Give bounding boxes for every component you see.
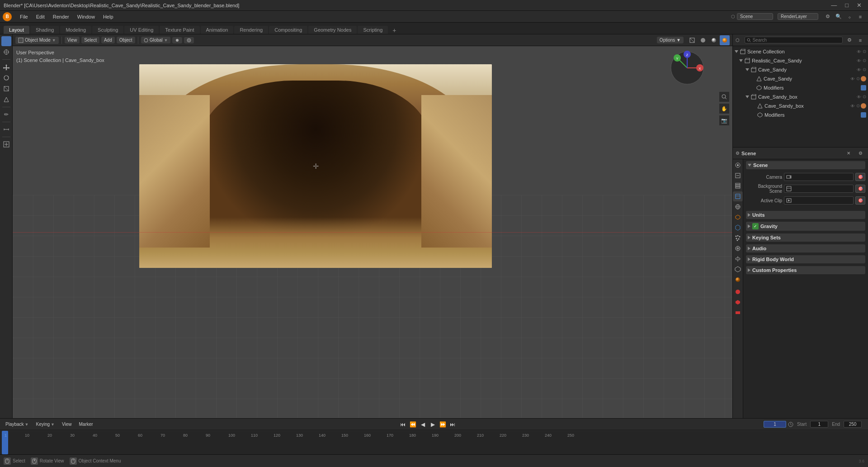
viewport-canvas[interactable]: User Perspective (1) Scene Collection | …: [13, 46, 732, 418]
bg-scene-eyedropper-btn[interactable]: 🎯: [855, 185, 865, 193]
topbar-icon-1[interactable]: ⚙: [823, 12, 833, 22]
camera-view-icon[interactable]: 📷: [719, 115, 730, 126]
properties-close-btn[interactable]: ✕: [844, 148, 854, 158]
marker-menu-btn[interactable]: Marker: [76, 421, 96, 428]
gravity-checkbox[interactable]: ✓: [752, 223, 759, 229]
view-menu-btn[interactable]: View: [59, 421, 75, 428]
menu-render[interactable]: Render: [49, 13, 73, 20]
visibility-icon-2[interactable]: 👁: [856, 58, 862, 64]
outliner-realistic-cave[interactable]: Realistic_Cave_Sandy 👁 ⊙: [733, 56, 868, 65]
topbar-icon-2[interactable]: 🔍: [834, 12, 844, 22]
tool-annotate[interactable]: ✏: [1, 110, 11, 119]
jump-end-btn[interactable]: ⏭: [448, 420, 457, 429]
prop-red-3[interactable]: [733, 308, 743, 318]
tab-scripting[interactable]: Scripting: [358, 26, 388, 34]
zoom-icon[interactable]: [719, 91, 730, 102]
section-custom-props[interactable]: Custom Properties: [746, 266, 865, 274]
close-btn[interactable]: ✕: [854, 2, 864, 9]
proportional-btn[interactable]: [184, 37, 194, 43]
prop-world-icon[interactable]: [733, 202, 743, 212]
prop-object-icon[interactable]: [733, 212, 743, 222]
tool-rotate[interactable]: [1, 73, 11, 83]
hide-viewport-icon[interactable]: ⊙: [863, 49, 866, 55]
hand-icon[interactable]: ✋: [719, 103, 730, 114]
outliner-cave-sandy-collection[interactable]: Cave_Sandy 👁 ⊙: [733, 65, 868, 74]
minimize-btn[interactable]: —: [828, 2, 840, 9]
rendered-mode-btn[interactable]: [720, 35, 730, 45]
section-keying-sets[interactable]: Keying Sets: [746, 234, 865, 242]
hide-viewport-icon-2[interactable]: ⊙: [863, 58, 866, 64]
prop-modifier-icon[interactable]: [733, 223, 743, 233]
visibility-icon-6[interactable]: 👁: [850, 103, 855, 109]
section-gravity[interactable]: ✓ Gravity: [746, 222, 865, 231]
tool-scale[interactable]: [1, 84, 11, 94]
section-scene[interactable]: Scene: [746, 161, 865, 169]
tab-geometry-nodes[interactable]: Geometry Nodes: [308, 26, 357, 34]
end-frame-field[interactable]: 250: [844, 421, 862, 428]
wire-mode-btn[interactable]: [687, 35, 697, 45]
viewport-options-btn[interactable]: Options ▼: [657, 37, 684, 43]
outliner-search-input[interactable]: [752, 38, 840, 43]
tool-select[interactable]: [1, 36, 11, 46]
editor-type-btn[interactable]: Object Mode ▼: [15, 37, 59, 44]
tool-cursor[interactable]: [1, 47, 11, 57]
outliner-scene-collection[interactable]: Scene Collection 👁 ⊙: [733, 47, 868, 56]
prop-red-2[interactable]: [733, 297, 743, 307]
outliner-modifiers-2[interactable]: Modifiers: [733, 110, 868, 119]
nav-gizmo[interactable]: X Y Z: [669, 50, 705, 86]
add-workspace-btn[interactable]: +: [389, 27, 400, 34]
outliner-cave-sandy-box-mesh[interactable]: Cave_Sandy_box 👁 ⊙: [733, 101, 868, 110]
menu-help[interactable]: Help: [99, 13, 117, 20]
menu-window[interactable]: Window: [74, 13, 99, 20]
hide-icon-5[interactable]: ⊙: [863, 94, 866, 100]
tab-uv-editing[interactable]: UV Editing: [124, 26, 159, 34]
tab-shading[interactable]: Shading: [30, 26, 59, 34]
timeline-track[interactable]: 1 10 20 30 40 50 60 70 80 90 100 110 120…: [0, 430, 868, 454]
render-layer-selector[interactable]: RenderLayer: [778, 13, 818, 20]
hide-icon-4[interactable]: ⊙: [856, 76, 860, 82]
snap-btn[interactable]: [172, 37, 182, 43]
current-frame-field[interactable]: 1: [764, 421, 786, 428]
hide-icon-6[interactable]: ⊙: [856, 103, 860, 109]
prop-constraints-icon[interactable]: [733, 254, 743, 264]
tool-measure[interactable]: [1, 124, 11, 134]
active-clip-eyedropper-btn[interactable]: 🎯: [855, 196, 865, 205]
start-frame-field[interactable]: 1: [810, 421, 828, 428]
tab-compositing[interactable]: Compositing: [269, 26, 307, 34]
jump-start-btn[interactable]: ⏮: [398, 420, 407, 429]
tab-texture-paint[interactable]: Texture Paint: [160, 26, 199, 34]
visibility-icon-4[interactable]: 👁: [850, 76, 855, 82]
solid-mode-btn[interactable]: [698, 35, 708, 45]
add-menu-btn[interactable]: Add: [101, 37, 115, 43]
outliner-modifiers-1[interactable]: Modifiers: [733, 83, 868, 92]
select-menu-btn[interactable]: Select: [81, 37, 99, 43]
object-menu-btn[interactable]: Object: [117, 37, 135, 43]
menu-edit[interactable]: Edit: [33, 13, 48, 20]
tool-move[interactable]: [1, 62, 11, 72]
keying-menu-btn[interactable]: Keying ▼: [33, 421, 58, 428]
maximize-btn[interactable]: □: [842, 2, 851, 9]
outliner-filter-btn[interactable]: ⚙: [844, 35, 854, 45]
section-audio[interactable]: Audio: [746, 244, 865, 253]
hide-icon-3[interactable]: ⊙: [863, 67, 866, 73]
transform-btn[interactable]: Global ▼: [141, 37, 171, 43]
outliner-toggle-btn[interactable]: ≡: [855, 35, 865, 45]
visibility-icon-5[interactable]: 👁: [856, 94, 862, 100]
tab-animation[interactable]: Animation: [201, 26, 234, 34]
section-rigid-body[interactable]: Rigid Body World: [746, 255, 865, 263]
step-forward-btn[interactable]: ⏩: [438, 420, 447, 429]
tool-transform[interactable]: [1, 95, 11, 105]
step-back-btn[interactable]: ⏪: [408, 420, 417, 429]
prop-scene-icon[interactable]: [733, 191, 743, 201]
prop-red-1[interactable]: [733, 287, 743, 297]
properties-options-btn[interactable]: ⚙: [855, 148, 865, 158]
outliner-cave-sandy-box-collection[interactable]: Cave_Sandy_box 👁 ⊙: [733, 92, 868, 101]
menu-file[interactable]: File: [16, 13, 32, 20]
prop-data-icon[interactable]: [733, 264, 743, 274]
tool-add[interactable]: [1, 139, 11, 149]
scene-selector[interactable]: Scene: [737, 13, 773, 20]
tab-rendering[interactable]: Rendering: [234, 26, 268, 34]
visibility-icon-3[interactable]: 👁: [856, 67, 862, 73]
visibility-icon[interactable]: 👁: [856, 49, 862, 55]
camera-eyedropper-btn[interactable]: 🎯: [855, 173, 865, 181]
